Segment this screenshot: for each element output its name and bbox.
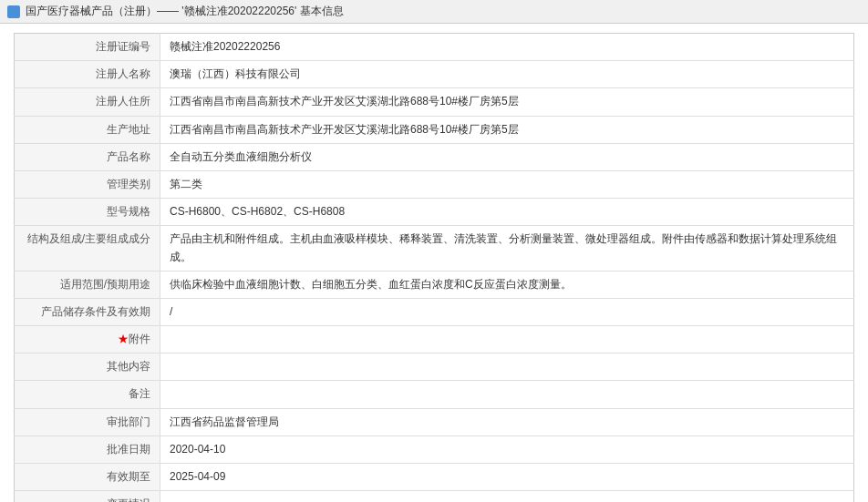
table-row: 注册证编号赣械注准20202220256 (15, 34, 854, 61)
table-row: 型号规格CS-H6800、CS-H6802、CS-H6808 (15, 199, 854, 226)
row-value (160, 491, 854, 502)
row-label: ★附件 (15, 326, 160, 353)
row-value: 2020-04-10 (160, 435, 854, 463)
row-value: 江西省南昌市南昌高新技术产业开发区艾溪湖北路688号10#楼厂房第5层 (160, 116, 854, 143)
row-value: 赣械注准20202220256 (160, 34, 854, 61)
table-row: 变更情况 (15, 491, 854, 502)
table-row: 有效期至2025-04-09 (15, 464, 854, 491)
row-value: 第二类 (160, 170, 854, 198)
row-value: 产品由主机和附件组成。主机由血液吸样模块、稀释装置、清洗装置、分析测量装置、微处… (160, 226, 854, 271)
row-value: 澳瑞（江西）科技有限公司 (160, 61, 854, 88)
table-row: 注册人名称澳瑞（江西）科技有限公司 (15, 61, 854, 88)
row-label: 结构及组成/主要组成成分 (15, 226, 160, 271)
row-label: 有效期至 (15, 464, 160, 491)
title-text: 国产医疗器械产品（注册）—— '赣械注准20202220256' 基本信息 (26, 4, 344, 19)
row-value (160, 381, 854, 408)
row-label: 注册人住所 (15, 88, 160, 116)
row-value (160, 353, 854, 381)
row-value: 全自动五分类血液细胞分析仪 (160, 143, 854, 170)
table-row: 产品名称全自动五分类血液细胞分析仪 (15, 143, 854, 170)
table-row: 适用范围/预期用途供临床检验中血液细胞计数、白细胞五分类、血红蛋白浓度和C反应蛋… (15, 271, 854, 298)
table-row: 审批部门江西省药品监督管理局 (15, 408, 854, 435)
title-bar: 国产医疗器械产品（注册）—— '赣械注准20202220256' 基本信息 (0, 0, 868, 24)
row-value: 江西省药品监督管理局 (160, 408, 854, 435)
table-row: 批准日期2020-04-10 (15, 435, 854, 463)
row-label: 注册证编号 (15, 34, 160, 61)
row-value: 供临床检验中血液细胞计数、白细胞五分类、血红蛋白浓度和C反应蛋白浓度测量。 (160, 271, 854, 298)
row-value: CS-H6800、CS-H6802、CS-H6808 (160, 199, 854, 226)
row-label: 适用范围/预期用途 (15, 271, 160, 298)
table-row: 产品储存条件及有效期/ (15, 298, 854, 325)
row-label: 产品名称 (15, 143, 160, 170)
table-row: 管理类别第二类 (15, 170, 854, 198)
row-label: 变更情况 (15, 491, 160, 502)
table-row: 结构及组成/主要组成成分产品由主机和附件组成。主机由血液吸样模块、稀释装置、清洗… (15, 226, 854, 271)
table-row: 生产地址江西省南昌市南昌高新技术产业开发区艾溪湖北路688号10#楼厂房第5层 (15, 116, 854, 143)
row-label: 其他内容 (15, 353, 160, 381)
table-row: 其他内容 (15, 353, 854, 381)
row-label: 备注 (15, 381, 160, 408)
row-value: 江西省南昌市南昌高新技术产业开发区艾溪湖北路688号10#楼厂房第5层 (160, 88, 854, 116)
row-value: 2025-04-09 (160, 464, 854, 491)
info-table: 注册证编号赣械注准20202220256注册人名称澳瑞（江西）科技有限公司注册人… (14, 33, 854, 502)
table-row: 注册人住所江西省南昌市南昌高新技术产业开发区艾溪湖北路688号10#楼厂房第5层 (15, 88, 854, 116)
row-label: 注册人名称 (15, 61, 160, 88)
row-value (160, 326, 854, 353)
row-label: 管理类别 (15, 170, 160, 198)
table-row: 备注 (15, 381, 854, 408)
row-label: 生产地址 (15, 116, 160, 143)
row-value: / (160, 298, 854, 325)
table-row: ★附件 (15, 326, 854, 353)
row-label: 产品储存条件及有效期 (15, 298, 160, 325)
row-label: 审批部门 (15, 408, 160, 435)
row-label: 批准日期 (15, 435, 160, 463)
content-area: 注册证编号赣械注准20202220256注册人名称澳瑞（江西）科技有限公司注册人… (0, 24, 868, 502)
title-icon (7, 5, 20, 18)
row-label: 型号规格 (15, 199, 160, 226)
